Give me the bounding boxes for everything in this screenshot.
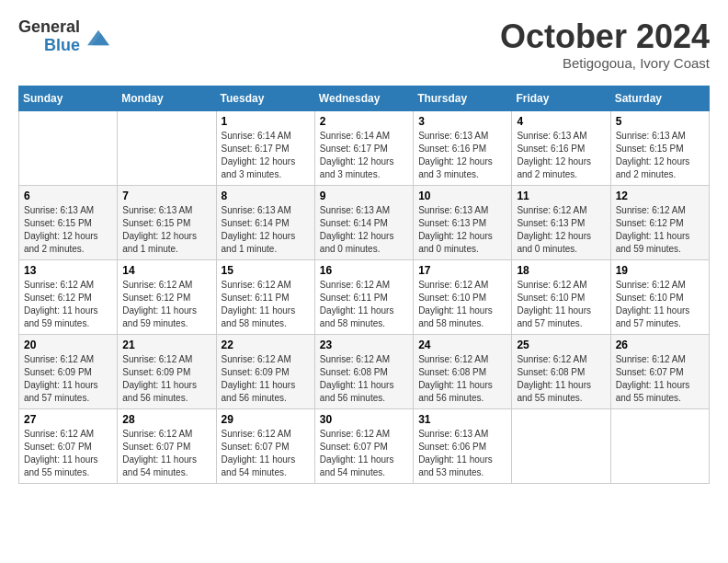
day-info: Sunrise: 6:12 AM Sunset: 6:08 PM Dayligh… [320, 353, 408, 405]
day-info: Sunrise: 6:13 AM Sunset: 6:15 PM Dayligh… [616, 130, 704, 181]
header-thursday: Thursday [414, 86, 512, 110]
week-row-1: 1Sunrise: 6:14 AM Sunset: 6:17 PM Daylig… [19, 110, 710, 185]
calendar-cell: 26Sunrise: 6:12 AM Sunset: 6:07 PM Dayli… [610, 334, 709, 408]
calendar-cell: 14Sunrise: 6:12 AM Sunset: 6:12 PM Dayli… [118, 259, 216, 334]
calendar-cell: 15Sunrise: 6:12 AM Sunset: 6:11 PM Dayli… [216, 259, 314, 334]
day-number: 3 [418, 115, 506, 128]
calendar-cell: 1Sunrise: 6:14 AM Sunset: 6:17 PM Daylig… [216, 110, 314, 185]
calendar-cell: 9Sunrise: 6:13 AM Sunset: 6:14 PM Daylig… [314, 185, 413, 259]
logo: General Blue [18, 18, 111, 55]
day-number: 12 [616, 190, 704, 202]
day-number: 6 [24, 190, 112, 202]
day-number: 10 [418, 190, 506, 202]
day-number: 26 [616, 339, 704, 351]
calendar-cell: 6Sunrise: 6:13 AM Sunset: 6:15 PM Daylig… [19, 185, 118, 259]
header-wednesday: Wednesday [314, 86, 413, 110]
calendar-cell: 28Sunrise: 6:12 AM Sunset: 6:07 PM Dayli… [118, 408, 216, 483]
calendar-cell: 8Sunrise: 6:13 AM Sunset: 6:14 PM Daylig… [216, 185, 314, 259]
day-info: Sunrise: 6:13 AM Sunset: 6:15 PM Dayligh… [24, 204, 112, 256]
calendar-cell: 22Sunrise: 6:12 AM Sunset: 6:09 PM Dayli… [216, 334, 314, 408]
calendar-cell: 11Sunrise: 6:12 AM Sunset: 6:13 PM Dayli… [512, 185, 610, 259]
day-number: 21 [122, 339, 210, 351]
day-number: 15 [222, 264, 310, 277]
day-info: Sunrise: 6:12 AM Sunset: 6:09 PM Dayligh… [122, 353, 210, 405]
day-info: Sunrise: 6:13 AM Sunset: 6:15 PM Dayligh… [122, 204, 210, 256]
header-row: SundayMondayTuesdayWednesdayThursdayFrid… [19, 86, 710, 110]
day-number: 19 [616, 264, 704, 277]
calendar-cell: 31Sunrise: 6:13 AM Sunset: 6:06 PM Dayli… [414, 408, 512, 483]
day-info: Sunrise: 6:13 AM Sunset: 6:16 PM Dayligh… [517, 130, 605, 181]
day-info: Sunrise: 6:13 AM Sunset: 6:14 PM Dayligh… [222, 204, 310, 256]
day-number: 11 [517, 190, 605, 202]
calendar-header: SundayMondayTuesdayWednesdayThursdayFrid… [19, 86, 710, 110]
day-info: Sunrise: 6:12 AM Sunset: 6:09 PM Dayligh… [222, 353, 310, 405]
day-number: 29 [222, 413, 310, 426]
day-info: Sunrise: 6:12 AM Sunset: 6:07 PM Dayligh… [222, 428, 310, 479]
calendar-cell [512, 408, 610, 483]
header-sunday: Sunday [19, 86, 118, 110]
logo-general: General [18, 18, 80, 37]
calendar-cell: 13Sunrise: 6:12 AM Sunset: 6:12 PM Dayli… [19, 259, 118, 334]
day-number: 14 [122, 264, 210, 277]
calendar-cell: 27Sunrise: 6:12 AM Sunset: 6:07 PM Dayli… [19, 408, 118, 483]
day-info: Sunrise: 6:12 AM Sunset: 6:12 PM Dayligh… [616, 204, 704, 256]
week-row-3: 13Sunrise: 6:12 AM Sunset: 6:12 PM Dayli… [19, 259, 710, 334]
day-info: Sunrise: 6:12 AM Sunset: 6:11 PM Dayligh… [320, 279, 408, 330]
day-info: Sunrise: 6:14 AM Sunset: 6:17 PM Dayligh… [222, 130, 310, 181]
day-info: Sunrise: 6:13 AM Sunset: 6:16 PM Dayligh… [418, 130, 506, 181]
day-info: Sunrise: 6:12 AM Sunset: 6:07 PM Dayligh… [616, 353, 704, 405]
calendar-cell: 18Sunrise: 6:12 AM Sunset: 6:10 PM Dayli… [512, 259, 610, 334]
location-subtitle: Betigogoua, Ivory Coast [500, 55, 710, 71]
calendar-cell: 30Sunrise: 6:12 AM Sunset: 6:07 PM Dayli… [314, 408, 413, 483]
calendar-cell: 21Sunrise: 6:12 AM Sunset: 6:09 PM Dayli… [118, 334, 216, 408]
calendar-cell: 3Sunrise: 6:13 AM Sunset: 6:16 PM Daylig… [414, 110, 512, 185]
logo-blue: Blue [44, 37, 80, 55]
day-info: Sunrise: 6:12 AM Sunset: 6:11 PM Dayligh… [222, 279, 310, 330]
day-info: Sunrise: 6:12 AM Sunset: 6:07 PM Dayligh… [122, 428, 210, 479]
calendar-cell [610, 408, 709, 483]
day-info: Sunrise: 6:13 AM Sunset: 6:06 PM Dayligh… [418, 428, 506, 479]
title-block: October 2024 Betigogoua, Ivory Coast [500, 18, 710, 71]
calendar-cell: 10Sunrise: 6:13 AM Sunset: 6:13 PM Dayli… [414, 185, 512, 259]
month-title: October 2024 [500, 18, 710, 55]
day-info: Sunrise: 6:12 AM Sunset: 6:10 PM Dayligh… [616, 279, 704, 330]
day-info: Sunrise: 6:12 AM Sunset: 6:07 PM Dayligh… [320, 428, 408, 479]
day-number: 13 [24, 264, 112, 277]
week-row-2: 6Sunrise: 6:13 AM Sunset: 6:15 PM Daylig… [19, 185, 710, 259]
day-info: Sunrise: 6:12 AM Sunset: 6:07 PM Dayligh… [24, 428, 112, 479]
day-number: 4 [517, 115, 605, 128]
header-friday: Friday [512, 86, 610, 110]
day-number: 1 [222, 115, 310, 128]
calendar-cell: 19Sunrise: 6:12 AM Sunset: 6:10 PM Dayli… [610, 259, 709, 334]
calendar-cell: 25Sunrise: 6:12 AM Sunset: 6:08 PM Dayli… [512, 334, 610, 408]
week-row-5: 27Sunrise: 6:12 AM Sunset: 6:07 PM Dayli… [19, 408, 710, 483]
calendar-cell: 29Sunrise: 6:12 AM Sunset: 6:07 PM Dayli… [216, 408, 314, 483]
calendar-body: 1Sunrise: 6:14 AM Sunset: 6:17 PM Daylig… [19, 110, 710, 483]
header-tuesday: Tuesday [216, 86, 314, 110]
week-row-4: 20Sunrise: 6:12 AM Sunset: 6:09 PM Dayli… [19, 334, 710, 408]
day-number: 16 [320, 264, 408, 277]
day-info: Sunrise: 6:12 AM Sunset: 6:13 PM Dayligh… [517, 204, 605, 256]
page-header: General Blue October 2024 Betigogoua, Iv… [18, 18, 710, 71]
day-number: 20 [24, 339, 112, 351]
calendar-cell [19, 110, 118, 185]
calendar-cell [118, 110, 216, 185]
day-info: Sunrise: 6:12 AM Sunset: 6:12 PM Dayligh… [122, 279, 210, 330]
day-info: Sunrise: 6:12 AM Sunset: 6:12 PM Dayligh… [24, 279, 112, 330]
day-number: 7 [122, 190, 210, 202]
header-saturday: Saturday [610, 86, 709, 110]
calendar-cell: 16Sunrise: 6:12 AM Sunset: 6:11 PM Dayli… [314, 259, 413, 334]
day-info: Sunrise: 6:13 AM Sunset: 6:13 PM Dayligh… [418, 204, 506, 256]
day-info: Sunrise: 6:12 AM Sunset: 6:10 PM Dayligh… [517, 279, 605, 330]
day-info: Sunrise: 6:14 AM Sunset: 6:17 PM Dayligh… [320, 130, 408, 181]
calendar-cell: 4Sunrise: 6:13 AM Sunset: 6:16 PM Daylig… [512, 110, 610, 185]
day-number: 5 [616, 115, 704, 128]
calendar-cell: 23Sunrise: 6:12 AM Sunset: 6:08 PM Dayli… [314, 334, 413, 408]
day-number: 30 [320, 413, 408, 426]
day-number: 22 [222, 339, 310, 351]
day-number: 23 [320, 339, 408, 351]
calendar-cell: 2Sunrise: 6:14 AM Sunset: 6:17 PM Daylig… [314, 110, 413, 185]
day-number: 27 [24, 413, 112, 426]
day-number: 18 [517, 264, 605, 277]
day-number: 17 [418, 264, 506, 277]
